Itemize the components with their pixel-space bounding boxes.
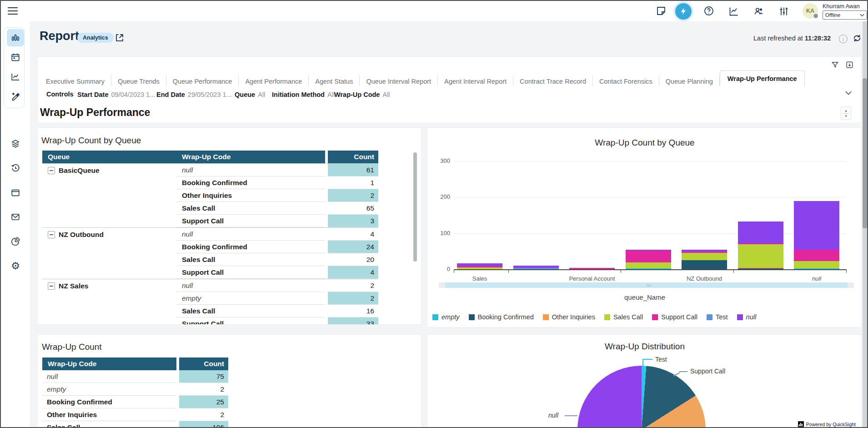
filter-queue[interactable]: QueueAll	[235, 91, 265, 99]
sidebar-item-history[interactable]	[7, 159, 24, 176]
page-scrollbar-thumb[interactable]	[863, 78, 867, 228]
legend-item-empty[interactable]: empty	[432, 313, 460, 321]
info-icon[interactable]: i	[839, 35, 848, 43]
top-bar: KA Khurram Awan Offline	[1, 1, 867, 22]
bar-segment-null[interactable]	[794, 201, 839, 250]
bar-segment-null[interactable]	[738, 222, 783, 243]
filter-wrap-up-code[interactable]: Wrap-Up CodeAll	[334, 91, 390, 99]
bar-segment-sales-call[interactable]	[626, 262, 671, 268]
filter-start-date[interactable]: Start Date09/04/2023 1...	[77, 91, 155, 99]
column-header[interactable]: Queue	[42, 151, 176, 163]
sidebar-item-pie[interactable]	[7, 233, 24, 250]
table-row: Booking Confirmed25	[42, 396, 228, 408]
bar-segment-support-call[interactable]	[569, 268, 615, 269]
bar-segment-support-call[interactable]	[738, 243, 783, 244]
count-cell: 2	[328, 292, 378, 305]
bar-segment-support-call[interactable]	[794, 250, 839, 261]
bar-segment-support-call[interactable]	[626, 251, 671, 262]
bar-segment-other-inquiries[interactable]	[738, 267, 783, 268]
stepper-up-icon[interactable]: ▲	[844, 109, 848, 113]
filter-button[interactable]	[831, 60, 839, 69]
table-row: null4	[176, 228, 378, 241]
bar-segment-null[interactable]	[626, 250, 671, 251]
table-vertical-scrollbar[interactable]	[413, 152, 417, 262]
bar-segment-empty[interactable]	[794, 268, 839, 269]
bar-segment-null[interactable]	[513, 266, 559, 268]
collapse-toggle[interactable]	[48, 231, 55, 238]
tab-wrap-up-performance[interactable]: Wrap-Up Performance	[720, 70, 805, 86]
sidebar-item-reports[interactable]	[7, 29, 24, 46]
bar-segment-sales-call[interactable]	[738, 244, 783, 267]
export-button[interactable]	[845, 60, 854, 69]
users-icon[interactable]	[753, 6, 764, 17]
chart-horizontal-scrollbar[interactable]	[445, 282, 848, 288]
wrapup-code-cell: null	[176, 164, 325, 176]
refresh-button[interactable]	[852, 33, 862, 43]
legend-item-support-call[interactable]: Support Call	[652, 313, 697, 321]
status-select[interactable]: Offline	[823, 10, 867, 20]
collapse-toggle[interactable]	[48, 167, 55, 174]
sidebar-item-window[interactable]	[7, 184, 24, 201]
sheet-stepper[interactable]: ▲ ▼	[841, 106, 851, 120]
legend-swatch	[432, 314, 438, 320]
stepper-down-icon[interactable]: ▼	[844, 114, 848, 118]
count-cell: 2	[179, 383, 228, 396]
bar-segment-test[interactable]	[513, 268, 559, 269]
sidebar-item-calendar[interactable]	[7, 49, 24, 66]
queue-name: BasicQueue	[59, 166, 100, 175]
open-external-button[interactable]	[115, 33, 125, 43]
bar-segment-support-call[interactable]	[682, 252, 727, 253]
sidebar-item-settings[interactable]: ⚙	[7, 257, 24, 275]
legend-item-other-inquiries[interactable]: Other Inquiries	[543, 313, 595, 321]
table-row: Sales Call20	[176, 253, 378, 266]
sidebar-item-mail[interactable]	[7, 208, 24, 226]
sidebar-item-customize[interactable]	[7, 87, 24, 105]
sliders-icon[interactable]	[778, 6, 789, 17]
chart-scroll-left-button[interactable]	[439, 282, 445, 288]
bar-segment-null[interactable]	[682, 250, 727, 252]
legend-item-sales-call[interactable]: Sales Call	[604, 313, 643, 321]
page-scrollbar-track[interactable]	[863, 21, 867, 428]
hamburger-menu-button[interactable]	[7, 6, 18, 16]
help-icon[interactable]	[703, 5, 714, 16]
bar-segment-sales-call[interactable]	[457, 267, 502, 269]
sidebar-item-metrics[interactable]	[7, 68, 24, 86]
legend-label: empty	[442, 313, 460, 321]
avatar[interactable]: KA	[803, 3, 818, 19]
bar-segment-booking-confirmed[interactable]	[738, 268, 783, 269]
column-header[interactable]: Count	[179, 358, 228, 370]
pie-label-null: null	[548, 412, 558, 419]
legend-item-test[interactable]: Test	[707, 313, 728, 321]
column-header[interactable]: Wrap-Up Code	[176, 151, 325, 163]
controls-collapse-button[interactable]	[845, 91, 852, 96]
legend-item-null[interactable]: null	[737, 313, 757, 321]
notes-icon[interactable]	[656, 5, 667, 16]
pie-chart[interactable]	[577, 366, 706, 428]
bar-segment-sales-call[interactable]	[794, 261, 839, 268]
bar-segment-null[interactable]	[457, 263, 502, 266]
count-by-queue-table: QueueWrap-Up CodeCountBasicQueuenull61Bo…	[42, 151, 378, 325]
sheet-heading: Wrap-Up Performance	[40, 106, 150, 119]
column-header[interactable]: Wrap-Up Code	[42, 358, 176, 370]
legend-item-booking-confirmed[interactable]: Booking Confirmed	[469, 313, 534, 321]
bar-segment-support-call[interactable]	[457, 266, 502, 267]
flash-active-icon[interactable]	[675, 3, 692, 20]
y-axis-tick-label: 200	[431, 193, 450, 200]
legend-label: Test	[716, 313, 728, 321]
window-icon	[10, 188, 20, 198]
filter-end-date[interactable]: End Date29/05/2023 1...	[156, 91, 232, 99]
quicksight-logo-icon	[798, 421, 804, 427]
report-card: Executive SummaryQueue TrendsQueue Perfo…	[37, 56, 862, 122]
column-header[interactable]: Count	[328, 151, 378, 163]
filter-initiation-method[interactable]: Initiation MethodAll	[272, 91, 335, 99]
bar-segment-sales-call[interactable]	[682, 253, 727, 260]
bar-segment-booking-confirmed[interactable]	[682, 260, 727, 269]
bar-chart-icon	[10, 33, 20, 43]
sidebar-item-layers[interactable]	[7, 135, 24, 152]
x-axis-category-label: NZ Outbound	[654, 275, 754, 282]
bar-segment-empty[interactable]	[626, 268, 671, 269]
chart-scroll-right-button[interactable]	[848, 282, 854, 288]
metrics-icon[interactable]	[728, 6, 739, 17]
panel-count-by-queue-table: Wrap-Up Count by Queue QueueWrap-Up Code…	[37, 127, 421, 325]
collapse-toggle[interactable]	[48, 282, 55, 290]
